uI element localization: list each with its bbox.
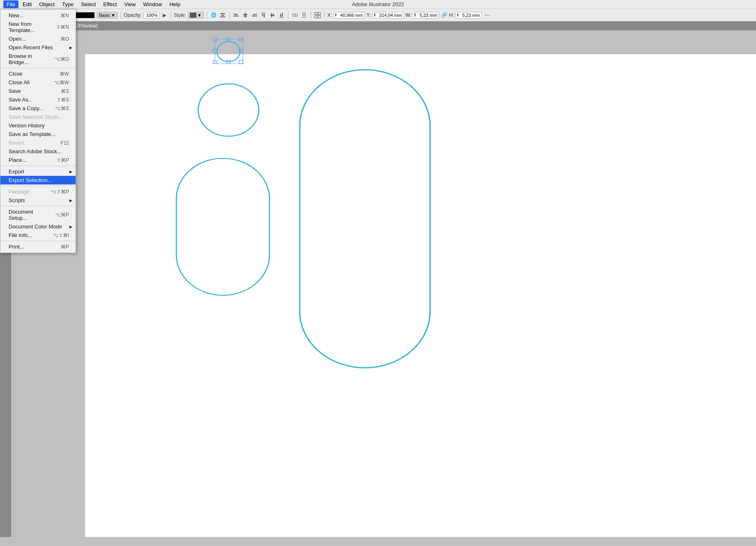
align-right-icon[interactable] xyxy=(251,12,258,19)
h-label: H: xyxy=(449,12,454,18)
menu-effect[interactable]: Effect xyxy=(100,0,120,8)
menu-item-export-selection[interactable]: Export Selection... xyxy=(0,176,76,184)
menu-item-open-recent[interactable]: Open Recent Files xyxy=(0,43,76,52)
opacity-value[interactable]: 100% xyxy=(143,12,160,18)
align-top-icon[interactable] xyxy=(260,12,267,19)
svg-rect-3 xyxy=(234,13,234,17)
sep3 xyxy=(207,12,207,19)
menu-item-doc-color-mode[interactable]: Document Color Mode xyxy=(0,222,76,231)
menu-item-close-all-shortcut: ⌥⌘W xyxy=(54,80,69,85)
menu-item-save-as[interactable]: Save As... ⇧⌘S xyxy=(0,95,76,104)
menu-item-close-all[interactable]: Close All ⌥⌘W xyxy=(0,78,76,87)
align-bottom-icon[interactable] xyxy=(278,12,285,19)
menu-item-package-label: Package... xyxy=(9,189,48,195)
svg-rect-7 xyxy=(243,14,247,15)
svg-rect-13 xyxy=(262,14,263,16)
menu-type[interactable]: Type xyxy=(59,0,77,8)
menu-object[interactable]: Object xyxy=(36,0,58,8)
distribute-h-icon[interactable] xyxy=(291,12,299,19)
menu-edit[interactable]: Edit xyxy=(19,0,35,8)
menu-item-save-template[interactable]: Save as Template... xyxy=(0,130,76,138)
stroke-basic-dropdown[interactable]: Basic ▼ xyxy=(97,12,118,18)
svg-rect-30 xyxy=(318,16,320,18)
sep6 xyxy=(311,12,311,19)
menu-item-export[interactable]: Export xyxy=(0,167,76,176)
svg-rect-23 xyxy=(294,14,296,16)
distribute-v-icon[interactable] xyxy=(300,12,308,19)
menu-item-browse-bridge-label: Browse in Bridge... xyxy=(9,53,51,65)
menu-item-search-stock-label: Search Adobe Stock... xyxy=(9,148,66,154)
transform-more-icon[interactable]: ⋯ xyxy=(484,12,491,19)
svg-rect-20 xyxy=(282,13,283,17)
menu-item-search-stock[interactable]: Search Adobe Stock... xyxy=(0,147,76,156)
y-value[interactable]: 314,04 mm xyxy=(372,12,404,18)
svg-point-40 xyxy=(217,41,240,62)
menu-item-open-label: Open... xyxy=(9,36,57,42)
menu-select[interactable]: Select xyxy=(78,0,99,8)
menu-window[interactable]: Window xyxy=(140,0,165,8)
menu-item-close[interactable]: Close ⌘W xyxy=(0,69,76,78)
menu-item-new-template[interactable]: New from Template... ⇧⌘N xyxy=(0,20,76,35)
svg-rect-5 xyxy=(235,16,239,16)
menu-item-file-info[interactable]: File Info... ⌥⇧⌘I xyxy=(0,231,76,240)
sep-5 xyxy=(0,241,76,241)
y-up-icon: ⬆ xyxy=(373,13,376,17)
menu-item-file-info-shortcut: ⌥⇧⌘I xyxy=(53,233,69,238)
menu-item-version-history[interactable]: Version History xyxy=(0,121,76,130)
file-dropdown-menu: New... ⌘N New from Template... ⇧⌘N Open.… xyxy=(0,9,76,253)
sep2 xyxy=(171,12,171,19)
x-coord: X: ⬆ 40,966 mm xyxy=(327,12,365,18)
pixel-grid-icon[interactable] xyxy=(314,12,321,19)
align-center-h-icon[interactable] xyxy=(242,12,249,19)
sep-3 xyxy=(0,186,76,186)
style-dropdown[interactable]: ▼ xyxy=(188,12,204,18)
menu-item-revert-shortcut: F12 xyxy=(60,140,69,146)
menu-file[interactable]: File xyxy=(3,0,18,8)
y-label: Y: xyxy=(366,12,371,18)
menu-item-new[interactable]: New... ⌘N xyxy=(0,11,76,20)
svg-rect-29 xyxy=(315,16,317,18)
svg-rect-28 xyxy=(318,12,320,15)
opacity-arrow[interactable]: ▶ xyxy=(161,12,168,19)
align-icon[interactable] xyxy=(219,12,226,19)
menu-item-scripts[interactable]: Scripts xyxy=(0,196,76,205)
menu-item-open[interactable]: Open... ⌘O xyxy=(0,35,76,43)
h-coord: H: ⬆ 5,23 mm xyxy=(449,12,482,18)
svg-rect-24 xyxy=(302,13,306,13)
menu-item-place-shortcut: ⇧⌘P xyxy=(57,157,69,163)
svg-rect-18 xyxy=(279,17,284,18)
menu-help[interactable]: Help xyxy=(166,0,184,8)
svg-rect-17 xyxy=(273,14,274,16)
x-value[interactable]: 40,966 mm xyxy=(333,12,365,18)
menu-item-save-copy[interactable]: Save a Copy... ⌥⌘S xyxy=(0,104,76,113)
sep-1 xyxy=(0,68,76,68)
svg-rect-25 xyxy=(302,17,306,18)
menu-item-print[interactable]: Print... ⌘P xyxy=(0,242,76,251)
menu-item-package: Package... ⌥⇧⌘P xyxy=(0,187,76,196)
menu-item-save[interactable]: Save ⌘S xyxy=(0,87,76,95)
menu-item-doc-setup-shortcut: ⌥⌘P xyxy=(55,212,69,218)
menu-item-file-info-label: File Info... xyxy=(9,232,50,238)
menu-item-revert-label: Revert xyxy=(9,140,57,146)
align-left-icon[interactable] xyxy=(233,12,240,19)
canvas-area[interactable]: Untitled-1* @ 300 % (CMYK/Preview) xyxy=(11,21,756,537)
menu-item-open-recent-label: Open Recent Files xyxy=(9,44,66,51)
globe-icon[interactable]: 🌐 xyxy=(210,12,217,19)
menu-item-place[interactable]: Place... ⇧⌘P xyxy=(0,156,76,164)
menu-item-new-template-label: New from Template... xyxy=(9,21,53,33)
w-coord: W: ⬆ 5,23 mm xyxy=(406,12,439,18)
menu-item-doc-setup[interactable]: Document Setup... ⌥⌘P xyxy=(0,207,76,222)
menu-item-new-template-shortcut: ⇧⌘N xyxy=(56,24,69,30)
link-proportions-icon[interactable]: 🔗 xyxy=(441,12,447,18)
svg-rect-21 xyxy=(293,13,293,17)
menu-item-scripts-label: Scripts xyxy=(9,197,66,203)
sep4 xyxy=(229,12,230,19)
svg-rect-11 xyxy=(252,16,256,16)
align-middle-v-icon[interactable] xyxy=(269,12,276,19)
stroke-basic-label: Basic xyxy=(99,13,110,18)
menu-item-package-shortcut: ⌥⇧⌘P xyxy=(51,189,69,195)
svg-rect-1 xyxy=(221,15,224,16)
svg-rect-15 xyxy=(270,15,274,16)
menu-item-browse-bridge[interactable]: Browse in Bridge... ⌥⌘O xyxy=(0,52,76,67)
menu-view[interactable]: View xyxy=(121,0,139,8)
